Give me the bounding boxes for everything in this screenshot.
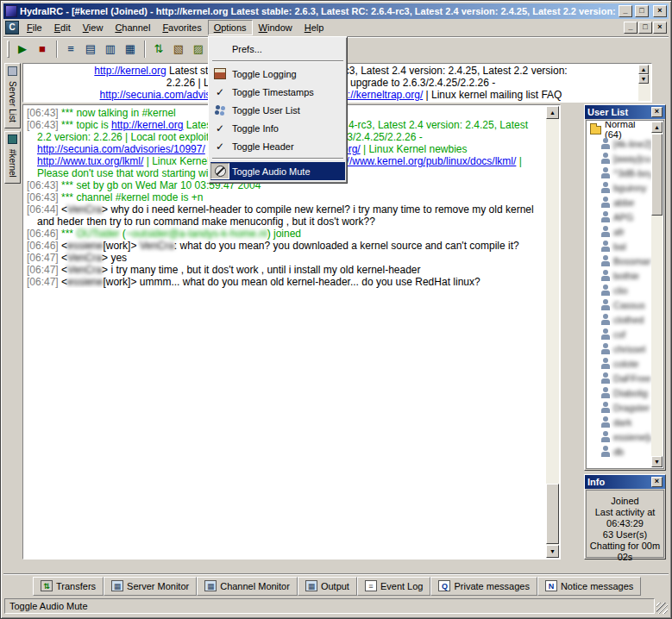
chat-message: [06:47] <VenCra> i try many time , but i… bbox=[27, 264, 543, 276]
menu-item-toggle-logging[interactable]: Toggle Logging bbox=[210, 65, 345, 83]
user-list-item[interactable]: chrissel bbox=[587, 341, 651, 356]
event-log-icon[interactable]: ▧ bbox=[169, 40, 188, 59]
info-panel-title: Info bbox=[587, 477, 605, 487]
scroll-up-icon[interactable]: ▲ bbox=[651, 122, 663, 133]
user-list-scrollbar[interactable]: ▲ ▼ bbox=[651, 122, 663, 467]
channel-window-icon[interactable]: C bbox=[5, 21, 19, 34]
scroll-up-icon[interactable]: ▲ bbox=[638, 65, 649, 74]
menu-item-toggle-user-list[interactable]: Toggle User List bbox=[210, 101, 345, 119]
connect-icon[interactable]: ▶ bbox=[13, 40, 32, 59]
scroll-down-icon[interactable]: ▼ bbox=[651, 456, 663, 467]
user-list-item[interactable]: db bbox=[587, 444, 651, 459]
user-list-item[interactable]: csf bbox=[587, 327, 651, 341]
user-list-item[interactable]: Diabolig bbox=[587, 385, 651, 400]
user-list-panel-header[interactable]: User List × bbox=[585, 105, 665, 119]
bottom-tab-label: Server Monitor bbox=[127, 581, 189, 591]
user-list-item[interactable]: clothed bbox=[587, 312, 651, 327]
chat-link[interactable]: http://secunia.com/advisories/10997/ bbox=[37, 143, 205, 155]
menu-item-toggle-header[interactable]: ✓Toggle Header bbox=[210, 137, 345, 155]
bottom-tab-server-monitor[interactable]: ▦Server Monitor bbox=[104, 577, 197, 596]
resize-grip[interactable] bbox=[656, 603, 668, 614]
user-list-item[interactable]: bothie bbox=[587, 268, 651, 283]
user-group-label: Normal (64) bbox=[605, 122, 651, 140]
menubar-item-edit[interactable]: Edit bbox=[48, 20, 77, 35]
side-tab-server-list[interactable]: Server List bbox=[4, 63, 21, 128]
bottom-tab-output[interactable]: ▦Output bbox=[298, 577, 357, 596]
bottom-tab-private-messages[interactable]: QPrivate messages bbox=[430, 577, 537, 596]
server-list-icon[interactable]: ≡ bbox=[61, 40, 80, 59]
menubar-item-favorites[interactable]: Favorites bbox=[156, 20, 207, 35]
chat-link[interactable]: http://kernel.org bbox=[111, 119, 183, 131]
server-monitor-icon[interactable]: ▥ bbox=[101, 40, 120, 59]
disconnect-icon[interactable]: ■ bbox=[33, 40, 52, 59]
user-list-item[interactable]: [away]curli bbox=[587, 151, 651, 166]
scrollbar-thumb[interactable] bbox=[651, 134, 663, 216]
bottom-tab-event-log[interactable]: ≡Event Log bbox=[357, 577, 431, 596]
scroll-down-icon[interactable]: ▼ bbox=[546, 545, 559, 558]
user-list-item[interactable]: Dragster bbox=[587, 400, 651, 415]
bottom-tab-transfers[interactable]: ⇅Transfers bbox=[33, 577, 104, 596]
menu-item-prefs[interactable]: Prefs... bbox=[210, 40, 345, 58]
menu-item-toggle-info[interactable]: ✓Toggle Info bbox=[210, 119, 345, 137]
header-scrollbar[interactable]: ▲ ▼ bbox=[638, 65, 650, 101]
user-list-item[interactable]: afr bbox=[587, 224, 651, 239]
chat-link[interactable]: http://www.kernel.org/pub/linux/docs/lkm… bbox=[326, 155, 516, 167]
user-name: db bbox=[613, 447, 624, 457]
menubar-item-file[interactable]: File bbox=[21, 20, 48, 35]
menubar-item-options[interactable]: Options bbox=[208, 20, 253, 35]
user-list-item[interactable]: colote bbox=[587, 356, 651, 371]
close-button[interactable]: × bbox=[653, 5, 667, 17]
user-list-item[interactable]: Bossman bbox=[587, 253, 651, 268]
user-list-item[interactable]: clio bbox=[587, 283, 651, 297]
audio-mute-icon bbox=[210, 163, 229, 179]
close-icon[interactable]: × bbox=[651, 107, 663, 117]
close-icon[interactable]: × bbox=[651, 477, 663, 487]
user-list-item[interactable]: ^3dB-boy bbox=[587, 166, 651, 180]
menu-item-label: Toggle Header bbox=[229, 141, 294, 152]
scroll-up-icon[interactable]: ▲ bbox=[546, 106, 559, 119]
info-panel-header[interactable]: Info × bbox=[585, 475, 665, 489]
user-list-item[interactable]: essiene[wo bbox=[587, 429, 651, 444]
scrollbar-thumb[interactable] bbox=[546, 484, 559, 544]
minimize-button[interactable]: _ bbox=[619, 5, 632, 17]
channel-list-icon[interactable]: ▤ bbox=[81, 40, 100, 59]
text-segment: ( bbox=[119, 228, 125, 240]
side-tab-kernel[interactable]: #kernel bbox=[4, 131, 21, 184]
user-list-item[interactable]: dark bbox=[587, 415, 651, 429]
menubar-item-channel[interactable]: Channel bbox=[109, 20, 156, 35]
user-list-item[interactable]: DaFFree bbox=[587, 371, 651, 385]
menu-item-toggle-audio-mute[interactable]: Toggle Audio Mute bbox=[210, 162, 345, 180]
user-list-item[interactable]: bal bbox=[587, 239, 651, 253]
user-icon bbox=[601, 284, 610, 296]
user-list-item[interactable]: APG bbox=[587, 209, 651, 224]
output-icon[interactable]: ▨ bbox=[189, 40, 208, 59]
bottom-tab-channel-monitor[interactable]: ▦Channel Monitor bbox=[197, 577, 298, 596]
chat-link[interactable]: http://www.tux.org/lkml/ bbox=[37, 155, 143, 167]
user-list-item[interactable]: bguinny bbox=[587, 180, 651, 195]
mdi-restore-button[interactable]: □ bbox=[638, 22, 652, 34]
user-list-item[interactable]: [4k-line2] bbox=[587, 136, 651, 151]
user-list-item[interactable]: Cassus bbox=[587, 297, 651, 312]
user-icon bbox=[601, 182, 610, 193]
bottom-tab-notice-messages[interactable]: NNotice messages bbox=[537, 577, 641, 596]
scroll-down-icon[interactable]: ▼ bbox=[638, 74, 649, 84]
menu-item-toggle-timestamps[interactable]: ✓Toggle Timestamps bbox=[210, 83, 345, 101]
maximize-button[interactable]: □ bbox=[635, 5, 649, 17]
chat-scrollbar[interactable]: ▲ ▼ bbox=[546, 106, 559, 558]
menubar-item-window[interactable]: Window bbox=[253, 20, 298, 35]
menubar-item-view[interactable]: View bbox=[77, 20, 110, 35]
mdi-minimize-button[interactable]: _ bbox=[624, 22, 637, 34]
channel-monitor-icon[interactable]: ▦ bbox=[121, 40, 140, 59]
titlebar[interactable]: HydraIRC - [#kernel (Joined) - http://ke… bbox=[3, 3, 669, 19]
user-list-item[interactable]: abbe bbox=[587, 195, 651, 209]
folder-icon bbox=[590, 126, 601, 134]
toolbar-grip[interactable] bbox=[7, 41, 9, 58]
text-segment: [06:47] bbox=[27, 264, 61, 276]
transfers-icon[interactable]: ⇅ bbox=[149, 40, 168, 59]
user-icon bbox=[601, 416, 610, 428]
mdi-close-button[interactable]: × bbox=[653, 22, 667, 34]
user-group-row[interactable]: Normal (64) bbox=[587, 122, 651, 136]
chat-link[interactable]: http://kernel.org bbox=[94, 65, 166, 77]
user-icon bbox=[601, 211, 610, 222]
menubar-item-help[interactable]: Help bbox=[298, 20, 330, 35]
